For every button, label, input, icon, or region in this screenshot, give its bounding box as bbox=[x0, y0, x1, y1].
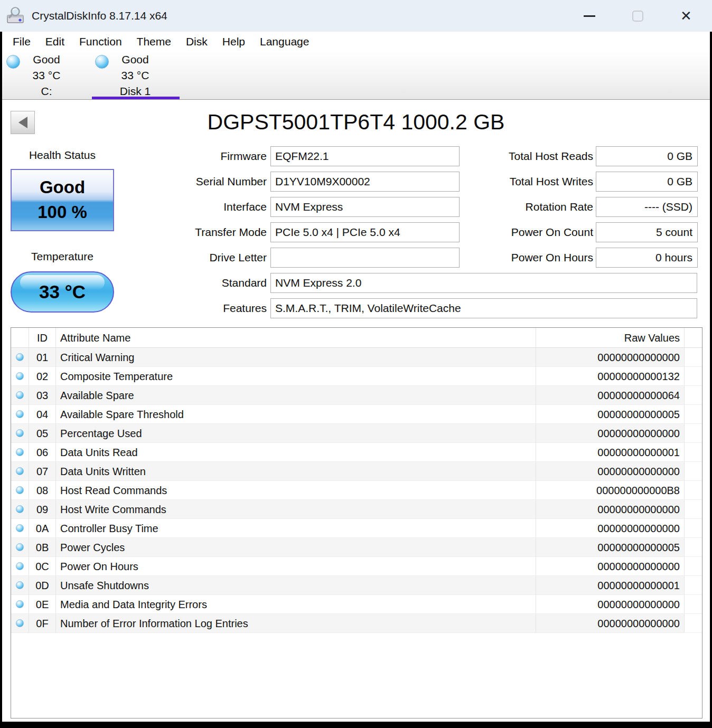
attribute-name: Controller Busy Time bbox=[56, 519, 536, 537]
power-on-hours-label: Power On Hours bbox=[370, 248, 593, 268]
standard-label: Standard bbox=[0, 273, 267, 293]
menu-function[interactable]: Function bbox=[72, 35, 129, 48]
window-frame-bottom bbox=[0, 722, 712, 728]
total-host-reads-value: 0 GB bbox=[596, 146, 698, 166]
header-id: ID bbox=[29, 328, 56, 347]
info-row: Total Host Writes 0 GB bbox=[0, 172, 712, 192]
attribute-id: 0F bbox=[29, 614, 56, 632]
menu-disk[interactable]: Disk bbox=[179, 35, 215, 48]
menu-file[interactable]: File bbox=[5, 35, 38, 48]
attribute-name: Power On Hours bbox=[56, 557, 536, 575]
attribute-status-orb-icon bbox=[16, 448, 24, 456]
attribute-status-orb-icon bbox=[16, 619, 24, 627]
table-header: ID Attribute Name Raw Values bbox=[11, 328, 702, 348]
attribute-status-orb-icon bbox=[16, 391, 24, 399]
info-row: Features S.M.A.R.T., TRIM, VolatileWrite… bbox=[0, 298, 712, 318]
standard-value: NVM Express 2.0 bbox=[270, 273, 697, 293]
attribute-status-orb-icon bbox=[16, 467, 24, 475]
attribute-name: Host Write Commands bbox=[56, 500, 536, 518]
table-row: 08Host Read Commands000000000000B8 bbox=[11, 481, 702, 500]
disk-selector-bar: Good 33 °C C: Good 33 °C Disk 1 bbox=[2, 51, 710, 100]
table-row: 0DUnsafe Shutdowns00000000000001 bbox=[11, 576, 702, 595]
attribute-raw-value: 00000000000001 bbox=[536, 576, 685, 594]
attribute-raw-value: 00000000000005 bbox=[536, 405, 685, 423]
close-button[interactable]: ✕ bbox=[671, 0, 701, 32]
info-row: Power On Hours 0 hours bbox=[0, 248, 712, 268]
attribute-raw-value: 00000000000000 bbox=[536, 500, 685, 518]
disk-tab-c[interactable]: Good 33 °C C: bbox=[2, 51, 91, 100]
menu-bar: File Edit Function Theme Disk Help Langu… bbox=[2, 32, 710, 51]
attribute-name: Available Spare Threshold bbox=[56, 405, 536, 423]
power-on-count-value: 5 count bbox=[596, 222, 698, 242]
attribute-raw-value: 00000000000000 bbox=[536, 462, 685, 480]
attribute-id: 0C bbox=[29, 557, 56, 575]
minimize-icon bbox=[584, 15, 595, 17]
drive-title: DGPST5001TP6T4 1000.2 GB bbox=[0, 110, 712, 135]
table-row: 07Data Units Written00000000000000 bbox=[11, 462, 702, 481]
attribute-id: 0D bbox=[29, 576, 56, 594]
back-button[interactable] bbox=[11, 111, 35, 134]
attribute-id: 01 bbox=[29, 348, 56, 366]
attribute-id: 06 bbox=[29, 443, 56, 461]
attribute-id: 08 bbox=[29, 481, 56, 499]
power-on-hours-value: 0 hours bbox=[596, 248, 698, 268]
attribute-id: 0E bbox=[29, 595, 56, 613]
total-host-writes-value: 0 GB bbox=[596, 172, 698, 192]
attribute-name: Number of Error Information Log Entries bbox=[56, 614, 536, 632]
info-row: Rotation Rate ---- (SSD) bbox=[0, 197, 712, 217]
attribute-status-orb-icon bbox=[16, 505, 24, 513]
attribute-raw-value: 00000000000000 bbox=[536, 424, 685, 442]
attribute-id: 0B bbox=[29, 538, 56, 556]
attribute-raw-value: 00000000000000 bbox=[536, 348, 685, 366]
attribute-status-orb-icon bbox=[16, 429, 24, 437]
attribute-raw-value: 00000000000064 bbox=[536, 386, 685, 404]
back-icon bbox=[18, 117, 27, 128]
menu-help[interactable]: Help bbox=[215, 35, 252, 48]
attribute-status-orb-icon bbox=[16, 486, 24, 494]
header-raw-values: Raw Values bbox=[536, 328, 685, 347]
menu-edit[interactable]: Edit bbox=[38, 35, 72, 48]
rotation-rate-value: ---- (SSD) bbox=[596, 197, 698, 217]
attribute-status-orb-icon bbox=[16, 581, 24, 589]
table-row: 02Composite Temperature00000000000132 bbox=[11, 367, 702, 386]
attribute-status-orb-icon bbox=[16, 410, 24, 418]
rotation-rate-label: Rotation Rate bbox=[370, 197, 593, 217]
window-frame-right bbox=[710, 32, 712, 728]
table-row: 03Available Spare00000000000064 bbox=[11, 386, 702, 405]
attribute-id: 02 bbox=[29, 367, 56, 385]
attribute-name: Composite Temperature bbox=[56, 367, 536, 385]
attribute-id: 03 bbox=[29, 386, 56, 404]
info-row: Power On Count 5 count bbox=[0, 222, 712, 242]
attribute-raw-value: 00000000000132 bbox=[536, 367, 685, 385]
attribute-id: 07 bbox=[29, 462, 56, 480]
menu-theme[interactable]: Theme bbox=[129, 35, 179, 48]
selected-tab-underline bbox=[92, 97, 180, 99]
attribute-name: Media and Data Integrity Errors bbox=[56, 595, 536, 613]
total-host-reads-label: Total Host Reads bbox=[370, 146, 593, 166]
table-row: 0FNumber of Error Information Log Entrie… bbox=[11, 614, 702, 633]
disk-name: C: bbox=[2, 84, 91, 98]
attribute-name: Host Read Commands bbox=[56, 481, 536, 499]
table-row: 0CPower On Hours00000000000000 bbox=[11, 557, 702, 576]
attribute-raw-value: 00000000000005 bbox=[536, 538, 685, 556]
attribute-id: 05 bbox=[29, 424, 56, 442]
disk-tab-disk1[interactable]: Good 33 °C Disk 1 bbox=[91, 51, 180, 100]
maximize-button[interactable] bbox=[623, 0, 652, 32]
header-attribute-name: Attribute Name bbox=[56, 328, 536, 347]
attribute-raw-value: 00000000000000 bbox=[536, 519, 685, 537]
attribute-raw-value: 00000000000000 bbox=[536, 595, 685, 613]
disk-temp: 33 °C bbox=[2, 69, 91, 82]
features-label: Features bbox=[0, 298, 267, 318]
info-row: Total Host Reads 0 GB bbox=[0, 146, 712, 166]
title-bar: CrystalDiskInfo 8.17.14 x64 ✕ bbox=[0, 0, 712, 32]
attribute-name: Critical Warning bbox=[56, 348, 536, 366]
attribute-id: 04 bbox=[29, 405, 56, 423]
menu-language[interactable]: Language bbox=[252, 35, 316, 48]
total-host-writes-label: Total Host Writes bbox=[370, 172, 593, 192]
window-frame-left bbox=[0, 32, 2, 728]
attribute-status-orb-icon bbox=[16, 562, 24, 570]
close-icon: ✕ bbox=[680, 8, 692, 24]
minimize-button[interactable] bbox=[575, 0, 604, 32]
disk-status: Good bbox=[2, 53, 91, 67]
attribute-raw-value: 000000000000B8 bbox=[536, 481, 685, 499]
